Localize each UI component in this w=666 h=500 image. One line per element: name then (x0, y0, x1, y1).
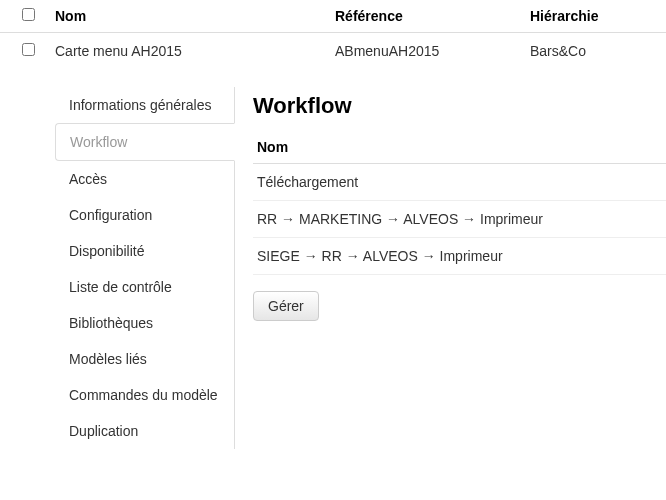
sidebar-item-duplication[interactable]: Duplication (55, 413, 234, 449)
column-header-hierarchie[interactable]: Hiérarchie (530, 8, 666, 24)
sidebar-item-label: Duplication (69, 423, 138, 439)
sidebar-item-informations-generales[interactable]: Informations générales (55, 87, 234, 123)
workflow-row[interactable]: RR → MARKETING → ALVEOS → Imprimeur (253, 201, 666, 238)
workflow-row[interactable]: SIEGE → RR → ALVEOS → Imprimeur (253, 238, 666, 275)
column-header-nom[interactable]: Nom (55, 8, 335, 24)
sidebar-item-modeles-lies[interactable]: Modèles liés (55, 341, 234, 377)
workflow-column-header-nom: Nom (253, 131, 666, 164)
cell-nom[interactable]: Carte menu AH2015 (55, 43, 335, 59)
select-all-checkbox[interactable] (22, 8, 35, 21)
row-checkbox[interactable] (22, 43, 35, 56)
content-title: Workflow (253, 93, 666, 119)
table-header-row: Nom Référence Hiérarchie (0, 0, 666, 33)
sidebar-item-workflow[interactable]: Workflow (55, 123, 235, 161)
column-header-reference[interactable]: Référence (335, 8, 530, 24)
sidebar-item-acces[interactable]: Accès (55, 161, 234, 197)
sidebar-item-disponibilite[interactable]: Disponibilité (55, 233, 234, 269)
cell-hierarchie: Bars&Co (530, 43, 666, 59)
sidebar-item-bibliotheques[interactable]: Bibliothèques (55, 305, 234, 341)
sidebar-item-label: Configuration (69, 207, 152, 223)
workflow-row[interactable]: Téléchargement (253, 164, 666, 201)
sidebar-item-label: Bibliothèques (69, 315, 153, 331)
cell-reference: ABmenuAH2015 (335, 43, 530, 59)
sidebar-item-commandes-du-modele[interactable]: Commandes du modèle (55, 377, 234, 413)
sidebar-item-label: Commandes du modèle (69, 387, 218, 403)
sidebar-item-label: Disponibilité (69, 243, 144, 259)
sidebar-item-liste-de-controle[interactable]: Liste de contrôle (55, 269, 234, 305)
manage-button[interactable]: Gérer (253, 291, 319, 321)
sidebar-item-label: Informations générales (69, 97, 211, 113)
sidebar-item-label: Accès (69, 171, 107, 187)
sidebar-nav: Informations générales Workflow Accès Co… (55, 87, 235, 449)
content-panel: Workflow Nom Téléchargement RR → MARKETI… (235, 87, 666, 449)
sidebar-item-configuration[interactable]: Configuration (55, 197, 234, 233)
detail-panel: Informations générales Workflow Accès Co… (0, 87, 666, 449)
sidebar-item-label: Modèles liés (69, 351, 147, 367)
sidebar-item-label: Liste de contrôle (69, 279, 172, 295)
table-row: Carte menu AH2015 ABmenuAH2015 Bars&Co (0, 33, 666, 69)
sidebar-item-label: Workflow (70, 134, 127, 150)
